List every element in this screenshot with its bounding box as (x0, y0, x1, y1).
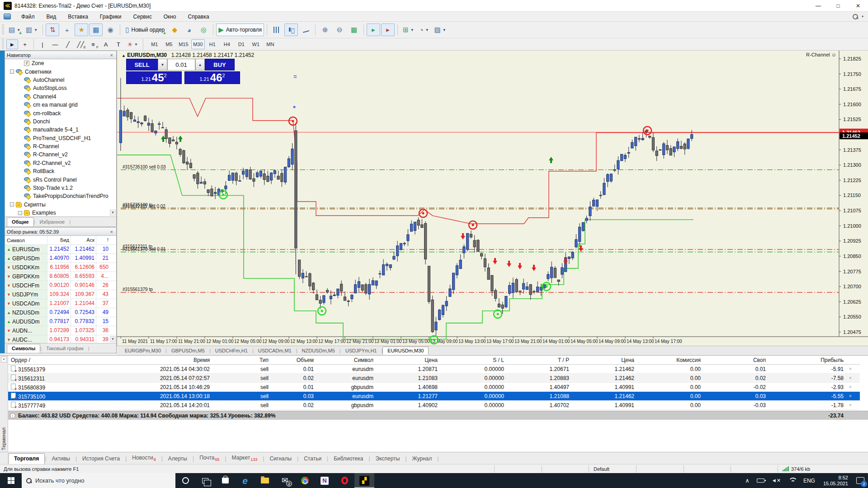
tree-item-srs-control-panel[interactable]: sRs Control Panel (5, 175, 116, 183)
tree-item-r2-channel-v2[interactable]: R2-Channel_v2 (5, 159, 116, 167)
tree-item-stop-trade-v-1-2[interactable]: Stop-Trade v.1.2 (5, 184, 116, 192)
close-order-icon[interactable]: × (846, 403, 860, 408)
terminal-tab-активы[interactable]: Активы (46, 454, 75, 464)
symbol-row-nzdusdm[interactable]: ▲NZDUSDm0.724940.7254349 (5, 308, 116, 317)
terminal-tab-почта[interactable]: Почта65 (194, 453, 225, 464)
symbol-row-audc[interactable]: ▼AUDC...0.941730.9431139 (5, 335, 116, 343)
tree-item-donchi[interactable]: Donchi (5, 117, 116, 126)
close-order-icon[interactable]: × (846, 366, 860, 371)
sell-arrow[interactable] (461, 233, 465, 239)
maximize-button[interactable]: □ (828, 0, 848, 12)
metaeditor-button[interactable]: ◆ (168, 23, 181, 36)
menu-item-Окно[interactable]: Окно (158, 14, 182, 20)
chart-tab-eurusdm-m30[interactable]: EURUSDm,M30 (382, 347, 429, 355)
sell-arrow[interactable] (493, 258, 497, 264)
symbol-row-usdcadm[interactable]: ▼USDCADm1.210071.2104437 (5, 299, 116, 308)
vline-button[interactable]: | (37, 39, 48, 49)
cursor-button[interactable]: ► (6, 39, 18, 49)
market-watch-close-icon[interactable]: × (109, 229, 114, 235)
new-order-button[interactable]: ▯+Новый ордер (123, 23, 167, 36)
market-watch-tab-символы[interactable]: Символы (7, 344, 40, 353)
onenote-icon[interactable]: N (315, 473, 335, 488)
templates-button[interactable]: ▨▼ (432, 23, 448, 36)
channel-button[interactable]: ╱╱E (75, 39, 86, 49)
tree-item-r-channel[interactable]: R-Channel (5, 142, 116, 150)
edge-icon[interactable]: e (235, 473, 255, 488)
language-indicator[interactable]: ENG (800, 473, 819, 488)
trendline-button[interactable]: ╱ (62, 39, 74, 49)
chart-candles-button[interactable] (284, 23, 298, 36)
order-row[interactable]: 3157777492021.05.14 14:20:01sell0.02gbpu… (8, 401, 860, 410)
navigator-close-icon[interactable]: × (109, 52, 114, 58)
one-click-collapse-icon[interactable]: ▲ (122, 53, 126, 58)
data-window-button[interactable]: + (60, 23, 74, 36)
strategy-tester-button[interactable]: ◉ (104, 23, 117, 36)
profiles-button[interactable]: ▥▼ (24, 23, 40, 36)
close-order-icon[interactable]: × (846, 375, 860, 380)
community-button[interactable]: ◕ (182, 23, 196, 36)
store-icon[interactable] (215, 473, 235, 488)
navigator-tab-избранное[interactable]: Избранное (35, 218, 69, 226)
chart-line-button[interactable] (299, 23, 312, 36)
crosshair-button[interactable]: + (19, 39, 31, 49)
tree-item-protrend-usdchf-h1[interactable]: ProTrend_USDCHF_H1 (5, 134, 116, 142)
chrome-icon[interactable] (295, 473, 315, 488)
tree-item-скрипты[interactable]: -Скрипты (5, 201, 116, 209)
file-explorer-icon[interactable] (255, 473, 275, 488)
buy-price[interactable]: 1.21 46 2 (184, 71, 240, 84)
market-watch-tab-тиковый-график[interactable]: Тиковый график (42, 344, 88, 353)
menu-item-Справка[interactable]: Справка (182, 14, 215, 20)
timeframe-M1[interactable]: M1 (148, 39, 161, 49)
order-row[interactable]: 3157351002021.05.14 13:00:18sell0.03euru… (8, 392, 860, 401)
zoom-out-button[interactable]: ⊖ (333, 23, 346, 36)
tree-item-channel4[interactable]: Channel4 (5, 93, 116, 101)
tree-item-autostoploss[interactable]: AutoStopLoss (5, 84, 116, 92)
close-button[interactable]: ✕ (848, 0, 868, 12)
terminal-tab-библиотека[interactable]: Библиотека (328, 454, 368, 464)
symbol-row-audn[interactable]: ▼AUDN...1.072891.0732536 (5, 326, 116, 335)
auto-scroll-button[interactable]: ▸ (367, 23, 380, 36)
tree-item-rollback[interactable]: RollBack (5, 167, 116, 175)
sell-signal-circle[interactable] (289, 117, 297, 125)
chart-tab-nzdusdm-m5[interactable]: NZDUSDm,M5 (297, 347, 340, 354)
sell-arrow[interactable] (579, 245, 583, 252)
market-watch-scroll-down-icon[interactable]: ▼ (110, 336, 116, 342)
terminal-tab-торговля[interactable]: Торговля (8, 453, 45, 464)
timeframe-M30[interactable]: M30 (191, 39, 205, 49)
terminal-tab-история-счета[interactable]: История Счета (77, 454, 125, 464)
toolbar-handle[interactable] (2, 39, 4, 50)
r-channel-upper-line[interactable] (117, 98, 839, 224)
sell-arrow[interactable] (563, 258, 568, 264)
tree-item-cm-ea-manual-grid[interactable]: cm ea manual grid (5, 101, 116, 109)
tree-item-autochannel[interactable]: AutoChannel (5, 76, 116, 84)
start-button[interactable] (0, 473, 22, 488)
buy-arrow[interactable] (161, 136, 165, 142)
status-profile[interactable]: Default (589, 465, 636, 473)
sell-arrow[interactable] (518, 263, 522, 269)
terminal-tab-статьи[interactable]: Статьи (298, 454, 327, 464)
taskbar-search-input[interactable]: Искать что угодно (22, 473, 175, 488)
sell-button[interactable]: SELL (126, 59, 158, 70)
indicators-button[interactable]: ⊞▼ (401, 23, 416, 36)
chart-tab-usdjpym-h1[interactable]: USDJPYm,H1 (341, 347, 382, 354)
menubar-caret-icon[interactable]: ▾ (862, 14, 863, 19)
symbol-row-audusdm[interactable]: ▲AUDUSDm0.778170.7783215 (5, 317, 116, 326)
autotrade-button[interactable]: ▶Авто-торговля (216, 23, 264, 36)
text-button[interactable]: A (100, 39, 112, 49)
symbol-row-usdjpym[interactable]: ▼USDJPYm109.324109.36743 (5, 290, 116, 299)
close-order-icon[interactable]: × (846, 394, 860, 399)
menu-item-Сервис[interactable]: Сервис (127, 14, 158, 20)
chart-tab-eurgbpm-m30[interactable]: EURGBPm,M30 (120, 347, 165, 354)
fibonacci-button[interactable]: ≡F (87, 39, 99, 49)
opera-icon[interactable] (335, 473, 354, 488)
volume-up-stepper[interactable]: ▲ (195, 59, 205, 70)
mail-icon[interactable]: ✉2 (275, 473, 295, 488)
terminal-tab-новости[interactable]: Новости8 (127, 453, 161, 464)
chart-tab-usdcadm-m1[interactable]: USDCADm,M1 (254, 347, 296, 354)
task-view-icon[interactable] (195, 473, 215, 488)
periods-button[interactable]: ◔▼ (417, 23, 431, 36)
timeframe-W1[interactable]: W1 (249, 39, 263, 49)
arrows-button[interactable]: ✳▼ (125, 39, 140, 49)
notification-center-icon[interactable]: 2 (853, 473, 868, 488)
order-row[interactable]: 3156123112021.05.14 07:02:57sell0.02euru… (8, 374, 860, 383)
